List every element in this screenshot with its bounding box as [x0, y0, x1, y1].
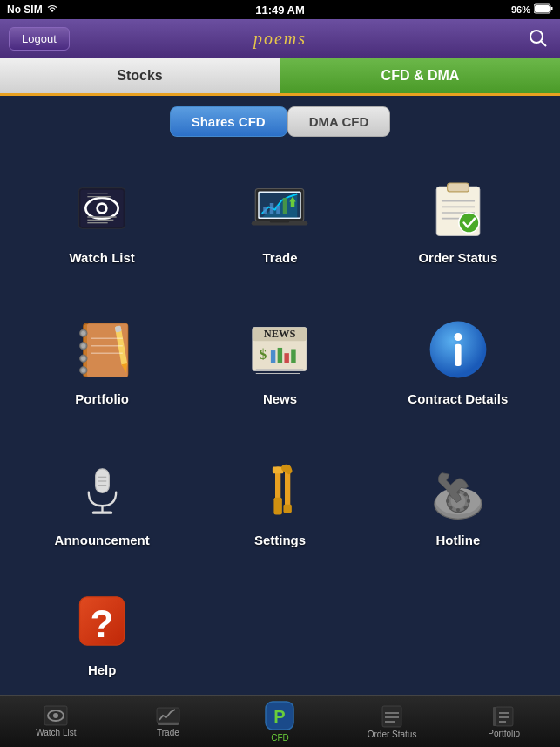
svg-rect-60	[455, 344, 461, 366]
svg-point-37	[81, 343, 85, 348]
svg-rect-18	[264, 207, 268, 214]
news-icon: NEWS $	[240, 315, 319, 384]
hotline-label: Hotline	[435, 533, 480, 547]
svg-rect-53	[278, 348, 282, 363]
svg-rect-90	[158, 723, 179, 725]
trade-icon	[240, 173, 319, 243]
bottom-trade-label: Trade	[157, 728, 179, 737]
svg-text:NEWS: NEWS	[264, 329, 296, 341]
svg-point-59	[454, 333, 462, 341]
svg-rect-97	[496, 707, 513, 726]
grid-item-contract-details[interactable]: Contract Details	[374, 294, 543, 426]
bottom-order-status-icon	[381, 703, 403, 728]
svg-point-79	[463, 506, 467, 510]
svg-point-3	[530, 31, 543, 43]
svg-line-4	[541, 41, 546, 46]
tab-cfd-dma[interactable]: CFD & DMA	[280, 58, 560, 93]
app-header: Logout poems	[0, 19, 560, 58]
svg-point-88	[53, 713, 58, 718]
bottom-tab-portfolio[interactable]: Portfolio	[448, 696, 560, 747]
bottom-tab-order-status[interactable]: Order Status	[336, 696, 449, 747]
portfolio-label: Portfolio	[75, 391, 129, 406]
bottom-watch-list-icon	[44, 705, 68, 726]
settings-icon	[240, 456, 319, 526]
grid-item-settings[interactable]: Settings	[195, 436, 364, 568]
svg-point-31	[459, 213, 479, 233]
time-label: 11:49 AM	[255, 3, 305, 17]
svg-text:?: ?	[91, 602, 114, 645]
tab-stocks[interactable]: Stocks	[0, 58, 280, 93]
trade-label: Trade	[262, 250, 297, 265]
grid-item-order-status[interactable]: Order Status	[374, 153, 543, 285]
battery-icon	[534, 3, 553, 16]
svg-point-9	[98, 205, 105, 212]
order-status-icon	[419, 173, 497, 243]
help-icon: ?	[63, 586, 141, 655]
bottom-portfolio-icon	[492, 704, 516, 727]
status-bar: No SIM 11:49 AM 96%	[0, 0, 560, 19]
svg-rect-70	[285, 471, 290, 508]
svg-rect-55	[292, 350, 296, 363]
help-label: Help	[88, 662, 117, 677]
bottom-order-status-label: Order Status	[368, 730, 417, 739]
grid-item-watch-list[interactable]: Watch List	[17, 153, 186, 285]
contract-details-icon	[419, 315, 497, 384]
bottom-tab-trade[interactable]: Trade	[112, 696, 225, 747]
news-label: News	[263, 391, 297, 406]
grid-item-hotline[interactable]: Hotline	[374, 436, 543, 568]
svg-point-39	[81, 357, 85, 361]
svg-rect-24	[270, 220, 290, 222]
carrier-label: No SIM	[7, 3, 43, 16]
app-title: poems	[253, 19, 307, 58]
announcement-icon	[63, 456, 141, 526]
svg-rect-44	[115, 326, 122, 333]
announcement-label: Announcement	[55, 533, 150, 547]
svg-rect-93	[382, 706, 401, 727]
svg-rect-20	[277, 206, 281, 214]
status-right: 96%	[511, 3, 553, 16]
search-button[interactable]	[525, 25, 551, 51]
bottom-tab-bar: Watch List Trade P CFD Order Status	[0, 695, 560, 747]
battery-label: 96%	[511, 4, 530, 15]
portfolio-icon	[63, 315, 141, 384]
main-tabs: Stocks CFD & DMA	[0, 58, 560, 96]
grid-item-news[interactable]: NEWS $ News	[195, 294, 364, 426]
grid-item-portfolio[interactable]: Portfolio	[17, 294, 186, 426]
svg-point-78	[467, 499, 470, 503]
status-left: No SIM	[7, 3, 58, 17]
settings-label: Settings	[254, 533, 306, 547]
svg-text:P: P	[274, 707, 286, 726]
svg-rect-98	[493, 707, 496, 726]
svg-rect-1	[551, 7, 553, 10]
hotline-icon	[419, 456, 497, 526]
bottom-tab-cfd[interactable]: P CFD	[224, 696, 336, 747]
watch-list-label: Watch List	[70, 250, 135, 265]
svg-rect-52	[271, 351, 275, 363]
bottom-tab-watch-list[interactable]: Watch List	[0, 696, 112, 747]
grid-item-announcement[interactable]: Announcement	[17, 436, 186, 568]
wifi-icon	[46, 3, 58, 17]
main-grid: Watch List	[0, 144, 560, 695]
svg-point-41	[81, 368, 85, 372]
bottom-portfolio-label: Portfolio	[488, 729, 520, 738]
tab-dma-cfd[interactable]: DMA CFD	[287, 106, 391, 137]
bottom-cfd-label: CFD	[271, 733, 289, 743]
svg-rect-19	[270, 203, 274, 214]
svg-text:$: $	[260, 347, 267, 363]
svg-rect-68	[273, 498, 281, 515]
grid-item-help[interactable]: ? Help	[17, 577, 186, 686]
svg-point-80	[456, 508, 460, 512]
grid-item-trade[interactable]: Trade	[195, 153, 364, 285]
sub-tabs: Shares CFD DMA CFD	[0, 96, 560, 144]
bottom-cfd-icon: P	[264, 700, 295, 731]
tab-shares-cfd[interactable]: Shares CFD	[170, 106, 287, 137]
watch-list-icon	[63, 173, 141, 243]
contract-details-label: Contract Details	[408, 391, 508, 406]
svg-rect-71	[283, 505, 291, 513]
order-status-label: Order Status	[418, 250, 497, 265]
svg-point-35	[81, 331, 85, 336]
svg-point-77	[463, 492, 467, 496]
bottom-watch-list-label: Watch List	[36, 728, 76, 737]
svg-rect-26	[447, 183, 469, 192]
logout-button[interactable]: Logout	[9, 27, 70, 51]
